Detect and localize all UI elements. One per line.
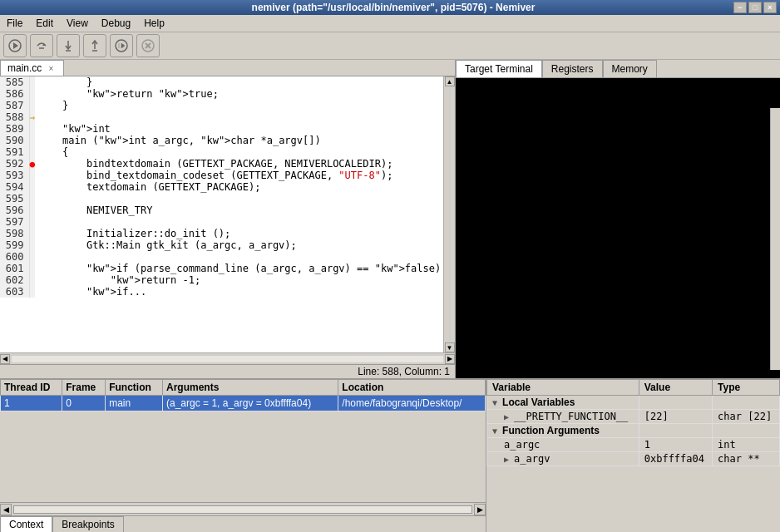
execution-arrow: ⇒ bbox=[30, 112, 36, 123]
line-number: 600 bbox=[0, 251, 29, 263]
line-gutter bbox=[29, 286, 35, 298]
editor-vscrollbar[interactable]: ▲ ▼ bbox=[443, 76, 455, 352]
line-content: bind_textdomain_codeset (GETTEXT_PACKAGE… bbox=[35, 170, 443, 181]
menu-edit[interactable]: Edit bbox=[31, 16, 58, 31]
line-content: NEMIVER_TRY bbox=[35, 204, 443, 216]
tab-main-cc[interactable]: main.cc × bbox=[0, 60, 64, 76]
line-number: 593 bbox=[0, 170, 29, 181]
var-value: 0xbffffa04 bbox=[639, 452, 712, 466]
editor-status-bar: Line: 588, Column: 1 bbox=[0, 364, 455, 378]
var-type bbox=[713, 424, 780, 438]
tab-target-terminal[interactable]: Target Terminal bbox=[456, 60, 542, 77]
col-location: Location bbox=[338, 380, 486, 396]
scroll-track bbox=[13, 505, 472, 514]
expand-icon[interactable]: ▼ bbox=[492, 398, 502, 407]
tab-close-icon[interactable]: × bbox=[45, 62, 57, 74]
line-content: textdomain (GETTEXT_PACKAGE); bbox=[35, 181, 443, 193]
line-content: "kw">int bbox=[35, 123, 443, 135]
run-button[interactable] bbox=[3, 34, 27, 57]
tab-breakpoints[interactable]: Breakpoints bbox=[52, 516, 123, 532]
tab-context[interactable]: Context bbox=[0, 516, 52, 532]
cell-frame: 0 bbox=[62, 396, 106, 411]
line-number: 588 bbox=[0, 111, 29, 123]
menu-file[interactable]: File bbox=[2, 16, 27, 31]
line-number: 587 bbox=[0, 100, 29, 111]
continue-button[interactable] bbox=[110, 34, 133, 57]
table-row[interactable]: 10main(a_argc = 1, a_argv = 0xbffffa04)/… bbox=[1, 396, 486, 411]
tab-label: main.cc bbox=[7, 62, 42, 74]
scroll-left-btn[interactable]: ◀ bbox=[0, 504, 12, 515]
line-content: bindtextdomain (GETTEXT_PACKAGE, NEMIVER… bbox=[35, 158, 443, 170]
line-number: 591 bbox=[0, 146, 29, 158]
cell-thread_id: 1 bbox=[1, 396, 62, 411]
line-gutter bbox=[29, 88, 35, 100]
maximize-button[interactable]: □ bbox=[748, 2, 762, 13]
col-arguments: Arguments bbox=[163, 380, 338, 396]
line-number: 599 bbox=[0, 239, 29, 251]
expand-icon[interactable]: ▶ bbox=[504, 412, 514, 421]
window-title: nemiver (path="/usr/local/bin/nemiver", … bbox=[53, 2, 733, 13]
line-content: { bbox=[35, 146, 443, 158]
line-content: "kw">return "kw">true; bbox=[35, 88, 443, 100]
var-name: ▼ Function Arguments bbox=[487, 424, 639, 438]
scroll-right-btn[interactable]: ▶ bbox=[474, 504, 486, 515]
line-number: 601 bbox=[0, 263, 29, 274]
line-content bbox=[35, 216, 443, 228]
breakpoint-marker: ● bbox=[30, 159, 36, 170]
list-item[interactable]: a_argc1int bbox=[487, 438, 780, 452]
menu-debug[interactable]: Debug bbox=[96, 16, 136, 31]
line-gutter bbox=[29, 170, 35, 181]
threads-hscrollbar[interactable]: ◀ ▶ bbox=[0, 502, 486, 515]
line-gutter bbox=[29, 76, 35, 88]
terminal-output bbox=[456, 78, 780, 378]
line-number: 586 bbox=[0, 88, 29, 100]
list-item[interactable]: ▼ Function Arguments bbox=[487, 424, 780, 438]
line-number: 596 bbox=[0, 204, 29, 216]
minimize-button[interactable]: − bbox=[733, 2, 747, 13]
vars-table: Variable Value Type ▼ Local Variables▶ _… bbox=[486, 379, 780, 466]
list-item[interactable]: ▶ __PRETTY_FUNCTION__[22]char [22] bbox=[487, 410, 780, 424]
code-editor[interactable]: 585 }586 "kw">return "kw">true;587 }588⇒… bbox=[0, 76, 443, 352]
var-type: char ** bbox=[713, 452, 780, 466]
editor-hscrollbar[interactable]: ◀ ▶ bbox=[0, 352, 455, 364]
line-gutter bbox=[29, 204, 35, 216]
var-name-text: Function Arguments bbox=[502, 425, 600, 436]
step-over-button[interactable] bbox=[30, 34, 53, 57]
var-value: [22] bbox=[639, 410, 712, 424]
line-number: 585 bbox=[0, 76, 29, 88]
bottom-area: Thread ID Frame Function Arguments Locat… bbox=[0, 378, 780, 532]
col-function: Function bbox=[106, 380, 163, 396]
line-number: 592 bbox=[0, 158, 29, 170]
line-content: main ("kw">int a_argc, "kw">char *a_argv… bbox=[35, 135, 443, 146]
menu-view[interactable]: View bbox=[62, 16, 93, 31]
var-value: 1 bbox=[639, 438, 712, 452]
var-type bbox=[713, 396, 780, 410]
line-content: "kw">if (parse_command_line (a_argc, a_a… bbox=[35, 263, 443, 274]
step-out-button[interactable] bbox=[83, 34, 106, 57]
line-number: 590 bbox=[0, 135, 29, 146]
var-name-text: a_argc bbox=[504, 439, 540, 451]
step-into-button[interactable] bbox=[57, 34, 80, 57]
var-name: a_argc bbox=[487, 438, 639, 452]
right-vscrollbar[interactable] bbox=[770, 108, 780, 370]
right-panel: Target Terminal Registers Memory bbox=[456, 60, 780, 378]
menu-help[interactable]: Help bbox=[139, 16, 170, 31]
list-item[interactable]: ▶ a_argv0xbffffa04char ** bbox=[487, 452, 780, 466]
threads-panel: Thread ID Frame Function Arguments Locat… bbox=[0, 379, 486, 532]
line-gutter bbox=[29, 263, 35, 274]
main-area: main.cc × 585 }586 "kw">return "kw">true… bbox=[0, 60, 780, 378]
expand-icon[interactable]: ▼ bbox=[492, 426, 502, 436]
list-item[interactable]: ▼ Local Variables bbox=[487, 396, 780, 410]
var-name-text: a_argv bbox=[514, 453, 550, 465]
expand-icon[interactable]: ▶ bbox=[504, 455, 514, 464]
cell-arguments: (a_argc = 1, a_argv = 0xbffffa04) bbox=[163, 396, 338, 411]
tab-registers[interactable]: Registers bbox=[542, 60, 603, 77]
stop-button[interactable] bbox=[136, 34, 160, 57]
var-name-text: Local Variables bbox=[502, 397, 575, 408]
close-button[interactable]: × bbox=[763, 2, 777, 13]
tab-memory[interactable]: Memory bbox=[603, 60, 657, 77]
bottom-tab-bar: Context Breakpoints bbox=[0, 515, 486, 532]
line-gutter: ⇒ bbox=[29, 111, 35, 123]
line-content: "kw">return -1; bbox=[35, 274, 443, 286]
line-number: 598 bbox=[0, 228, 29, 239]
